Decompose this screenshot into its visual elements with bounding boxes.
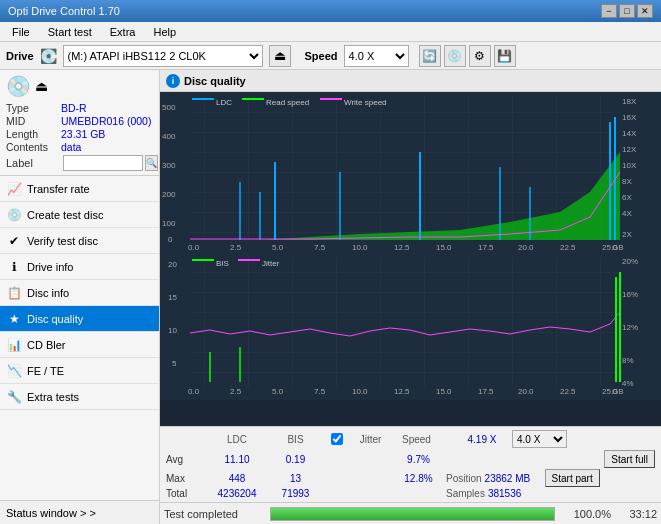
progress-bar-container [270,507,555,521]
minimize-button[interactable]: − [601,4,617,18]
avg-label: Avg [166,454,206,465]
svg-text:0.0: 0.0 [188,387,200,396]
max-label: Max [166,473,206,484]
sidebar: 💿 ⏏ Type BD-R MID UMEBDR016 (000) Length… [0,70,160,524]
speed-label: Speed [305,50,338,62]
sidebar-item-drive-info[interactable]: ℹ Drive info [0,254,159,280]
svg-text:0: 0 [168,235,173,244]
maximize-button[interactable]: □ [619,4,635,18]
verify-test-disc-label: Verify test disc [27,235,98,247]
position-label: Position [446,473,482,484]
label-label: Label [6,157,61,169]
refresh-button[interactable]: 🔄 [419,45,441,67]
disc-info-icon: 📋 [6,285,22,301]
drive-select[interactable]: (M:) ATAPI iHBS112 2 CL0K [63,45,263,67]
svg-text:15: 15 [168,293,177,302]
extra-tests-icon: 🔧 [6,389,22,405]
svg-text:GB: GB [612,387,624,396]
speed-select[interactable]: 4.0 X [344,45,409,67]
drive-action-icons: 🔄 💿 ⚙ 💾 [419,45,516,67]
svg-rect-6 [320,98,342,100]
extra-tests-label: Extra tests [27,391,79,403]
svg-text:15.0: 15.0 [436,243,452,252]
svg-text:15.0: 15.0 [436,387,452,396]
menu-bar: File Start test Extra Help [0,22,661,42]
menu-help[interactable]: Help [145,24,184,40]
disc-eject-btn[interactable]: ⏏ [35,78,48,94]
create-test-disc-label: Create test disc [27,209,103,221]
eject-button[interactable]: ⏏ [269,45,291,67]
max-jitter: 12.8% [391,473,446,484]
menu-extra[interactable]: Extra [102,24,144,40]
sidebar-item-extra-tests[interactable]: 🔧 Extra tests [0,384,159,410]
svg-text:20%: 20% [622,257,638,266]
speed-dropdown[interactable]: 4.0 X [512,430,567,448]
close-button[interactable]: ✕ [637,4,653,18]
length-label: Length [6,128,61,140]
status-window-button[interactable]: Status window > > [0,500,159,524]
sidebar-item-transfer-rate[interactable]: 📈 Transfer rate [0,176,159,202]
svg-text:10.0: 10.0 [352,243,368,252]
verify-test-disc-icon: ✔ [6,233,22,249]
svg-text:2.5: 2.5 [230,243,242,252]
disc-info-label: Disc info [27,287,69,299]
start-part-button[interactable]: Start part [545,469,600,487]
sidebar-item-disc-quality[interactable]: ★ Disc quality [0,306,159,332]
disc-quality-chart: LDC Read speed Write speed 500 400 300 2… [160,92,661,400]
svg-text:Jitter: Jitter [262,259,280,268]
svg-text:8%: 8% [622,356,634,365]
avg-jitter: 9.7% [391,454,446,465]
sidebar-item-disc-info[interactable]: 📋 Disc info [0,280,159,306]
avg-ldc: 11.10 [206,454,268,465]
sidebar-item-fe-te[interactable]: 📉 FE / TE [0,358,159,384]
svg-text:17.5: 17.5 [478,387,494,396]
charts-area: LDC Read speed Write speed 500 400 300 2… [160,92,661,426]
drive-icon: 💽 [40,48,57,64]
progress-pct: 100.0% [561,508,611,520]
svg-text:200: 200 [162,190,176,199]
sidebar-item-create-test-disc[interactable]: 💿 Create test disc [0,202,159,228]
svg-text:16X: 16X [622,113,637,122]
transfer-rate-label: Transfer rate [27,183,90,195]
cd-bler-label: CD Bler [27,339,66,351]
progress-bar-fill [271,508,554,520]
panel-title: Disc quality [184,75,246,87]
svg-text:10.0: 10.0 [352,387,368,396]
jitter-col-header: Jitter [343,434,398,445]
bis-col-header: BIS [268,434,323,445]
svg-text:2X: 2X [622,230,632,239]
panel-icon: i [166,74,180,88]
svg-text:12.5: 12.5 [394,243,410,252]
panel-header: i Disc quality [160,70,661,92]
svg-text:20.0: 20.0 [518,387,534,396]
menu-start-test[interactable]: Start test [40,24,100,40]
max-bis: 13 [268,473,323,484]
svg-text:BIS: BIS [216,259,229,268]
app-title: Opti Drive Control 1.70 [8,5,120,17]
svg-text:5.0: 5.0 [272,243,284,252]
speed-value-header: 4.19 X [452,434,512,445]
disc-quality-label: Disc quality [27,313,83,325]
svg-rect-47 [192,259,214,261]
create-test-disc-icon: 💿 [6,207,22,223]
sidebar-item-verify-test-disc[interactable]: ✔ Verify test disc [0,228,159,254]
contents-value: data [61,141,81,153]
jitter-checkbox[interactable] [331,433,343,445]
label-input[interactable] [63,155,143,171]
label-search-button[interactable]: 🔍 [145,155,158,171]
svg-text:4%: 4% [622,379,634,388]
svg-text:7.5: 7.5 [314,243,326,252]
disc-button[interactable]: 💿 [444,45,466,67]
start-full-button[interactable]: Start full [604,450,655,468]
settings-button[interactable]: ⚙ [469,45,491,67]
save-button[interactable]: 💾 [494,45,516,67]
position-value: 23862 MB [485,473,545,484]
svg-text:7.5: 7.5 [314,387,326,396]
sidebar-item-cd-bler[interactable]: 📊 CD Bler [0,332,159,358]
type-label: Type [6,102,61,114]
svg-rect-4 [242,98,264,100]
bottom-bar: Test completed 100.0% 33:12 [160,502,661,524]
speed-col-header: Speed [402,434,452,445]
menu-file[interactable]: File [4,24,38,40]
svg-text:5: 5 [172,359,177,368]
